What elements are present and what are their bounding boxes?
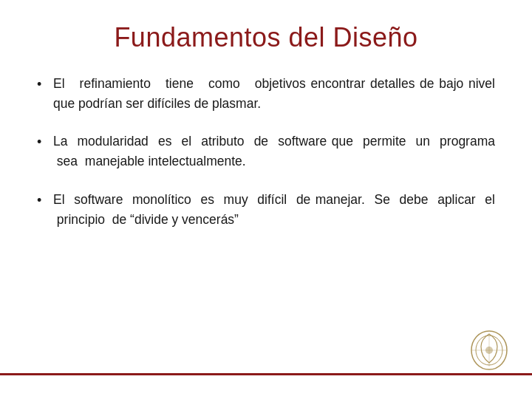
bullet-text-2: La modularidad es el atributo de softwar… [53, 132, 495, 171]
bullet-marker-1: • [37, 74, 53, 95]
bullet-text-3: El software monolítico es muy difícil de… [53, 190, 495, 230]
bullet-section-3: • El software monolítico es muy difícil … [37, 190, 495, 230]
bullet-item-2: • La modularidad es el atributo de softw… [37, 132, 495, 171]
logo-icon [469, 330, 510, 371]
bullet-marker-2: • [37, 132, 53, 153]
bullet-text-1: El refinamiento tiene como objetivos enc… [53, 74, 495, 114]
bullet-marker-3: • [37, 190, 53, 211]
bullet-section-1: • El refinamiento tiene como objetivos e… [37, 74, 495, 114]
bullet-item-3: • El software monolítico es muy difícil … [37, 190, 495, 230]
logo-area [469, 330, 510, 371]
slide-container: Fundamentos del Diseño • El refinamiento… [0, 0, 532, 399]
bullet-item-1: • El refinamiento tiene como objetivos e… [37, 74, 495, 114]
bullet-section-2: • La modularidad es el atributo de softw… [37, 132, 495, 171]
slide-title: Fundamentos del Diseño [37, 22, 495, 53]
bottom-line [0, 373, 532, 375]
